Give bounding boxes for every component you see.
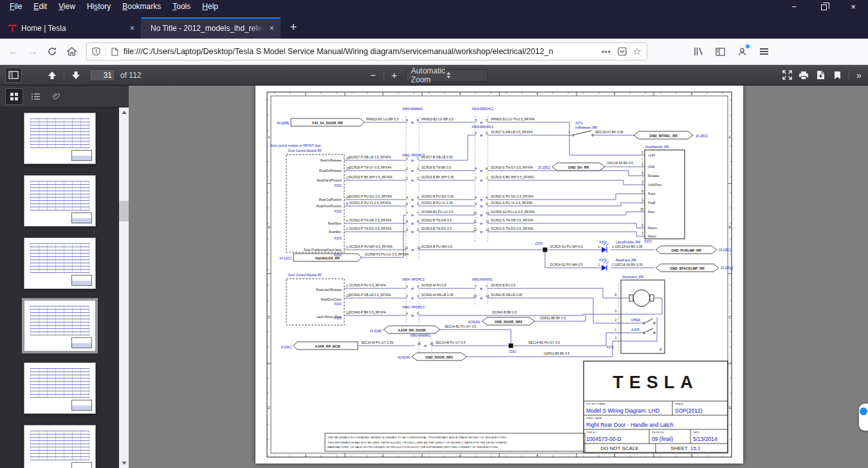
switch-symbol bbox=[573, 135, 575, 136]
tab-pdf-document[interactable]: No Title - 2012_models_lhd_release × bbox=[142, 17, 281, 39]
diagram-label: RearFlushPosition bbox=[317, 205, 342, 208]
menu-bookmarks[interactable]: Bookmarks bbox=[116, 1, 167, 12]
more-tools-button[interactable]: » bbox=[853, 70, 865, 80]
menu-file[interactable]: File bbox=[4, 1, 28, 12]
restore-button[interactable] bbox=[809, 0, 838, 13]
thumbnails-view-button[interactable] bbox=[5, 88, 23, 105]
diagram-label: DCR22-B TN-OR 0.5 bbox=[421, 218, 452, 222]
floating-helper-widget[interactable] bbox=[859, 404, 868, 431]
outline-view-button[interactable] bbox=[26, 88, 44, 105]
diagram-label: DCR20-S PU-DG 0.5_RFXFA bbox=[491, 194, 534, 198]
zoom-in-icon: + bbox=[391, 70, 397, 80]
diagram-label: DCR08-B2 PU-LG 0.5 bbox=[421, 210, 453, 214]
pocket-icon bbox=[618, 47, 627, 56]
back-button[interactable]: ← bbox=[4, 42, 23, 61]
sidebar-scrollbar[interactable] bbox=[119, 108, 129, 468]
url-text[interactable]: file:///C:/Users/Laptop/Desktop/Tesla S … bbox=[124, 47, 595, 56]
diagram-label: 2 bbox=[642, 163, 643, 166]
previous-page-button[interactable] bbox=[44, 68, 60, 83]
account-button[interactable] bbox=[732, 42, 752, 61]
menu-help[interactable]: Help bbox=[196, 1, 224, 12]
diagram-label: Z101 bbox=[509, 350, 517, 353]
reload-button[interactable] bbox=[42, 42, 62, 61]
close-button[interactable]: × bbox=[838, 0, 868, 13]
tab-close-icon[interactable]: × bbox=[268, 23, 275, 33]
thumbnail-page[interactable] bbox=[24, 175, 96, 227]
zoom-in-button[interactable]: + bbox=[387, 70, 402, 80]
diagram-label: C bbox=[268, 316, 270, 319]
diagram-label: 8 bbox=[417, 119, 419, 122]
diagram-label: 7 bbox=[486, 177, 488, 180]
menu-button[interactable] bbox=[754, 42, 773, 61]
menu-history[interactable]: History bbox=[81, 1, 116, 12]
thumbnail-page[interactable] bbox=[24, 238, 96, 289]
diagram-label: 15.2[5C] bbox=[538, 165, 551, 169]
diagram-label: PROJECT NAME. bbox=[586, 403, 606, 406]
diagram-label: 15.2[5C] bbox=[721, 266, 734, 270]
diagram-label: 1 bbox=[568, 131, 570, 134]
pocket-button[interactable] bbox=[618, 47, 627, 56]
diagram-label: 8 bbox=[475, 196, 477, 200]
diagram-label: « bbox=[411, 120, 414, 126]
diagram-label: 42.6[3A] bbox=[468, 320, 480, 324]
tab-close-icon[interactable]: × bbox=[128, 23, 136, 33]
sidebars-button[interactable] bbox=[710, 42, 730, 61]
diagram-label: AJAR_RR_BCM bbox=[315, 344, 340, 348]
diagram-label: RearIntRelease bbox=[320, 159, 342, 162]
page-down-icon bbox=[71, 71, 80, 80]
diagram-label: DCR25-M PU 0.5 bbox=[421, 283, 447, 287]
diagram-label: DO NOT SCALE bbox=[600, 445, 638, 451]
home-button[interactable] bbox=[62, 42, 81, 61]
diagram-label: 35 bbox=[430, 342, 434, 346]
attachments-view-button[interactable] bbox=[48, 88, 66, 105]
bookmark-star-button[interactable]: ☆ bbox=[633, 46, 642, 57]
thumbnail-page[interactable] bbox=[24, 300, 96, 351]
page-actions-button[interactable]: ••• bbox=[602, 48, 611, 55]
diagram-label: 4 bbox=[417, 196, 419, 200]
address-bar[interactable]: file:///C:/Users/Laptop/Desktop/Tesla S … bbox=[86, 42, 647, 61]
new-tab-button[interactable]: + bbox=[286, 21, 301, 34]
diagram-label: DCR24-P PU-WH 0.5_RFXFA bbox=[349, 245, 393, 248]
toggle-sidebar-button[interactable] bbox=[5, 68, 22, 83]
menu-edit[interactable]: Edit bbox=[28, 1, 53, 12]
diagram-label: DATE. bbox=[693, 431, 700, 434]
menu-view[interactable]: View bbox=[53, 1, 81, 12]
chevron-more-icon: » bbox=[856, 70, 862, 80]
led-symbol bbox=[602, 265, 607, 271]
zoom-out-button[interactable]: − bbox=[366, 70, 380, 80]
scroll-up-icon[interactable] bbox=[119, 108, 129, 117]
forward-icon: → bbox=[28, 46, 38, 57]
page-up-icon bbox=[48, 71, 57, 80]
diagram-label: X373 bbox=[599, 240, 607, 244]
forward-button[interactable]: → bbox=[23, 42, 42, 61]
download-button[interactable] bbox=[812, 68, 829, 83]
diagram-label: X372 bbox=[606, 345, 614, 349]
presentation-mode-button[interactable] bbox=[779, 68, 795, 83]
tab-home-tesla[interactable]: Home | Tesla × bbox=[3, 17, 142, 39]
diagram-label: » bbox=[411, 247, 414, 253]
library-button[interactable] bbox=[688, 42, 708, 61]
scrollbar-thumb[interactable] bbox=[119, 201, 129, 221]
thumbnail-page[interactable] bbox=[24, 113, 96, 164]
diagram-label: DCR18-S TN-GY 0.5_RFXFA bbox=[491, 165, 533, 169]
diagram-label: » bbox=[411, 212, 414, 218]
thumbnail-list bbox=[0, 108, 119, 468]
minimize-button[interactable]: − bbox=[779, 0, 809, 13]
current-view-bookmark-button[interactable] bbox=[829, 68, 845, 83]
thumbnail-page[interactable] bbox=[24, 425, 96, 468]
motor-symbol bbox=[650, 295, 654, 301]
diagram-label: 4 bbox=[346, 220, 348, 223]
scroll-down-icon[interactable] bbox=[119, 458, 129, 468]
print-button[interactable] bbox=[795, 68, 812, 83]
diagram-label: « bbox=[480, 295, 483, 301]
diagram-label: » bbox=[480, 133, 483, 138]
menu-tools[interactable]: Tools bbox=[167, 1, 196, 12]
diagram-label: GND_DOOR_RR1 bbox=[425, 355, 453, 359]
close-icon: × bbox=[851, 2, 856, 12]
zoom-level-select[interactable]: Automatic Zoom bbox=[405, 69, 488, 82]
next-page-button[interactable] bbox=[68, 68, 84, 83]
thumbnail-page[interactable] bbox=[24, 362, 96, 414]
page-number-input[interactable] bbox=[89, 69, 115, 81]
wiring-diagram: 112233445566AABBCCDD88«11»22»33»44»55»77… bbox=[255, 86, 743, 463]
splice-junction bbox=[509, 344, 513, 348]
